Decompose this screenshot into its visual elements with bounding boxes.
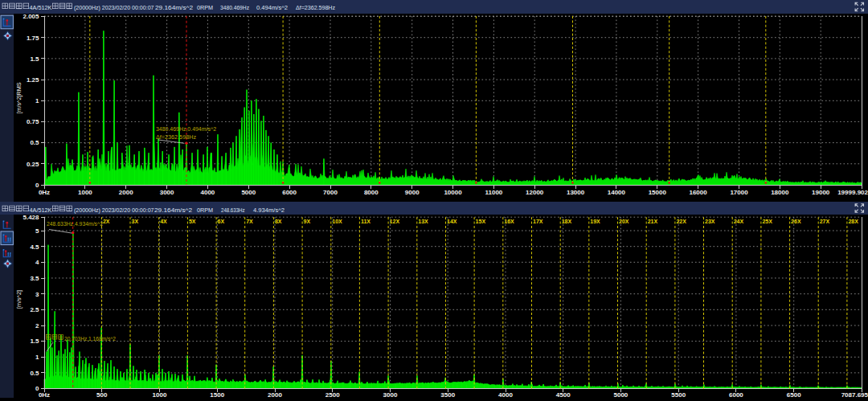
svg-text:1.5: 1.5	[30, 55, 39, 63]
svg-text:2X: 2X	[103, 219, 110, 224]
svg-text:9X: 9X	[304, 219, 311, 224]
svg-text:13X: 13X	[418, 219, 428, 224]
svg-text:15X: 15X	[476, 219, 486, 224]
svg-text:4: 4	[35, 259, 39, 266]
svg-text:6500: 6500	[787, 391, 801, 399]
svg-text:500: 500	[96, 391, 108, 399]
svg-text:248.633Hz: 248.633Hz	[221, 207, 245, 214]
svg-text:26X: 26X	[791, 219, 801, 224]
svg-text:19999.902: 19999.902	[837, 189, 868, 196]
svg-text:2.5: 2.5	[30, 306, 39, 313]
svg-text:0.5: 0.5	[30, 139, 39, 146]
svg-text:4.934m/s^2: 4.934m/s^2	[253, 207, 285, 214]
svg-text:6000: 6000	[729, 391, 743, 399]
svg-text:3480.469Hz: 3480.469Hz	[220, 4, 249, 11]
svg-text:21X: 21X	[648, 219, 658, 224]
svg-text:4.5: 4.5	[30, 243, 39, 251]
svg-text:4000: 4000	[498, 391, 513, 399]
svg-text:5: 5	[35, 227, 39, 235]
svg-text:0RPM: 0RPM	[197, 4, 213, 11]
svg-text:0.494m/s^2: 0.494m/s^2	[256, 4, 289, 11]
svg-text:5.428: 5.428	[23, 214, 39, 221]
svg-text:5500: 5500	[671, 391, 686, 399]
svg-text:16000: 16000	[689, 189, 707, 196]
svg-text:Δf=2362.598Hz: Δf=2362.598Hz	[156, 134, 197, 140]
svg-text:8X: 8X	[275, 219, 282, 224]
svg-text:[m/s^2]: [m/s^2]	[15, 290, 23, 309]
svg-text:248.633Hz,4.934m/s^2: 248.633Hz,4.934m/s^2	[47, 221, 103, 227]
svg-text:4000: 4000	[201, 189, 215, 196]
svg-text:1: 1	[35, 97, 39, 104]
svg-text:2000: 2000	[119, 189, 133, 196]
svg-text:15000: 15000	[649, 189, 667, 196]
svg-text:16X: 16X	[504, 219, 514, 224]
svg-text:4X: 4X	[160, 219, 167, 224]
svg-text:1.75: 1.75	[27, 35, 39, 42]
svg-text:20.703Hz,1.168m/s^2: 20.703Hz,1.168m/s^2	[64, 336, 116, 342]
svg-text:3480.469Hz,0.494m/s^2: 3480.469Hz,0.494m/s^2	[156, 126, 216, 132]
svg-text:6X: 6X	[218, 219, 225, 224]
svg-text:9000: 9000	[405, 189, 420, 196]
svg-text:(20000Hz) 2023/02/20 00:00:07: (20000Hz) 2023/02/20 00:00:07	[74, 207, 154, 214]
svg-text:24X: 24X	[734, 219, 744, 224]
svg-text:0Hz: 0Hz	[39, 391, 50, 399]
svg-text:11X: 11X	[361, 219, 371, 224]
svg-text:20X: 20X	[619, 219, 629, 224]
svg-text:3000: 3000	[383, 391, 398, 399]
svg-text:(20000Hz) 2023/02/20 00:00:07: (20000Hz) 2023/02/20 00:00:07	[74, 4, 154, 11]
svg-text:5000: 5000	[241, 189, 256, 196]
svg-text:11000: 11000	[485, 189, 502, 196]
svg-text:3: 3	[35, 291, 39, 298]
svg-text:29.164m/s^2: 29.164m/s^2	[155, 4, 194, 11]
svg-text:2000: 2000	[268, 391, 282, 399]
svg-text:12X: 12X	[390, 219, 400, 224]
svg-text:23X: 23X	[705, 219, 715, 224]
svg-text:2.005: 2.005	[23, 13, 39, 20]
svg-text:7000: 7000	[323, 189, 338, 196]
svg-text:1500: 1500	[210, 391, 224, 399]
svg-text:1.25: 1.25	[27, 76, 39, 84]
svg-text:0RPM: 0RPM	[197, 207, 213, 214]
svg-text:2: 2	[35, 322, 39, 329]
svg-text:4A/512K: 4A/512K	[30, 207, 53, 214]
svg-text:13000: 13000	[567, 189, 585, 196]
svg-text:29.164m/s^2: 29.164m/s^2	[154, 207, 193, 214]
svg-text:5000: 5000	[614, 391, 628, 399]
svg-text:12000: 12000	[526, 189, 544, 196]
svg-text:3000: 3000	[160, 189, 174, 196]
svg-text:0.25: 0.25	[27, 161, 39, 168]
svg-text:27X: 27X	[820, 219, 830, 224]
svg-text:7087.695: 7087.695	[841, 391, 868, 399]
svg-text:19000: 19000	[812, 189, 830, 196]
svg-text:14X: 14X	[447, 219, 457, 224]
svg-text:17X: 17X	[533, 219, 543, 224]
svg-text:3.5: 3.5	[30, 275, 39, 282]
svg-text:10000: 10000	[444, 189, 462, 196]
svg-text:25X: 25X	[762, 219, 772, 224]
svg-text:0Hz: 0Hz	[39, 189, 50, 196]
svg-text:5X: 5X	[189, 219, 196, 224]
svg-text:4500: 4500	[556, 391, 571, 399]
svg-text:1.5: 1.5	[30, 338, 39, 345]
svg-text:[m/s^2]RMS: [m/s^2]RMS	[15, 82, 23, 113]
svg-text:1000: 1000	[78, 189, 92, 196]
svg-text:28X: 28X	[848, 219, 858, 224]
svg-text:14000: 14000	[608, 189, 626, 196]
svg-text:10X: 10X	[332, 219, 342, 224]
svg-text:1: 1	[35, 354, 39, 361]
svg-text:0.75: 0.75	[27, 118, 39, 125]
svg-text:22X: 22X	[676, 219, 686, 224]
svg-text:4A/512K: 4A/512K	[30, 4, 53, 11]
svg-text:18X: 18X	[562, 219, 572, 224]
svg-text:17000: 17000	[730, 189, 748, 196]
svg-text:6000: 6000	[282, 189, 297, 196]
svg-text:3X: 3X	[132, 219, 139, 224]
svg-text:2500: 2500	[326, 391, 340, 399]
svg-text:Δf=2362.598Hz: Δf=2362.598Hz	[296, 4, 335, 11]
svg-text:19X: 19X	[590, 219, 600, 224]
svg-text:3500: 3500	[440, 391, 455, 399]
svg-text:0: 0	[35, 182, 39, 189]
svg-text:1000: 1000	[153, 391, 167, 399]
svg-text:8000: 8000	[364, 189, 379, 196]
svg-text:0.5: 0.5	[30, 370, 39, 377]
